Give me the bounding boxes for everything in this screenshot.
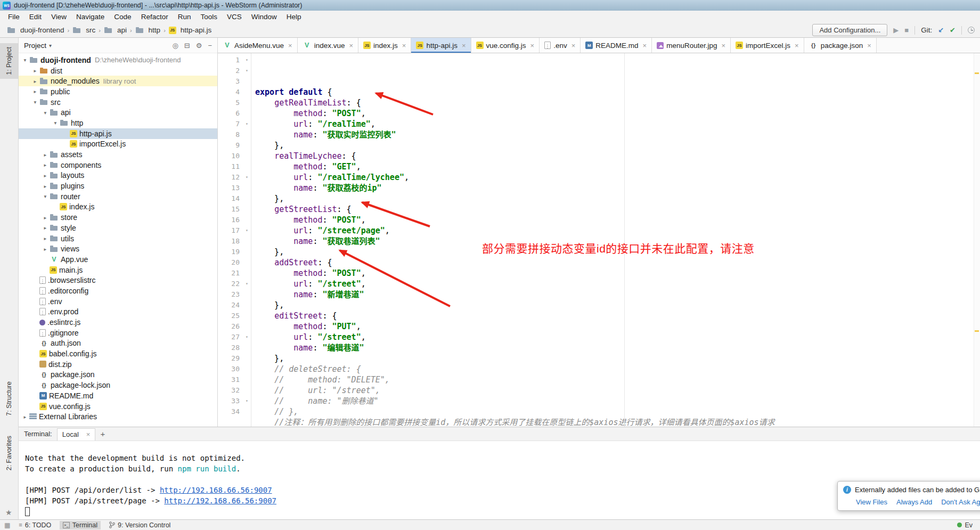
chevron-icon[interactable]: ▸ <box>31 88 39 94</box>
project-panel-title[interactable]: Project <box>24 42 46 50</box>
breadcrumb-item-src[interactable]: src <box>71 25 97 36</box>
close-icon[interactable]: × <box>795 42 799 50</box>
tree-item-.env[interactable]: .env <box>19 296 217 307</box>
favorites-star-icon[interactable]: ★ <box>5 509 12 516</box>
menu-view[interactable]: View <box>46 12 71 22</box>
chevron-icon[interactable]: ▾ <box>31 99 39 105</box>
tree-item-layouts[interactable]: ▸layouts <box>19 170 217 181</box>
run-icon[interactable]: ▶ <box>893 27 899 34</box>
code-line[interactable]: url: "/street", <box>255 279 980 289</box>
settings-gear-icon[interactable]: ⚙ <box>196 42 202 49</box>
menu-edit[interactable]: Edit <box>24 12 46 22</box>
chevron-icon[interactable]: ▾ <box>51 120 60 126</box>
breadcrumb-item-duoji-frontend[interactable]: duoji-frontend <box>5 25 66 36</box>
code-line[interactable]: //注释：所有用到删除的接口都需要拼接变量id，所以请求方式采用了挂载在原型链上… <box>255 417 980 427</box>
close-icon[interactable]: × <box>288 42 292 50</box>
menu-help[interactable]: Help <box>282 12 306 22</box>
toolwindow-project-button[interactable]: 1: Project <box>0 43 18 79</box>
tree-item-plugins[interactable]: ▸plugins <box>19 181 217 191</box>
tree-item-http-api.js[interactable]: JShttp-api.js <box>19 128 217 139</box>
chevron-icon[interactable]: ▸ <box>41 235 50 241</box>
menu-file[interactable]: File <box>3 12 24 22</box>
chevron-icon[interactable]: ▸ <box>41 183 50 189</box>
tree-item-External Libraries[interactable]: ▸External Libraries <box>19 411 217 422</box>
status-todo[interactable]: ≡ 6: TODO <box>15 521 54 529</box>
tab-menuRouter.jpg[interactable]: menuRouter.jpg× <box>652 38 731 53</box>
tree-item-package.json[interactable]: {}package.json <box>19 370 217 380</box>
hide-panel-icon[interactable]: − <box>208 42 212 49</box>
tree-item-main.js[interactable]: JSmain.js <box>19 265 217 275</box>
chevron-icon[interactable]: ▸ <box>41 246 50 252</box>
tree-item-.editorconfig[interactable]: .editorconfig <box>19 286 217 296</box>
code-line[interactable]: method: "POST", <box>255 268 980 279</box>
menu-window[interactable]: Window <box>247 12 282 22</box>
tree-item-App.vue[interactable]: VApp.vue <box>19 254 217 265</box>
code-line[interactable]: url: "/street", <box>255 332 980 343</box>
code-line[interactable]: name: "新增巷道" <box>255 289 980 300</box>
git-commit-icon[interactable]: ✔ <box>950 27 956 34</box>
code-line[interactable]: }, <box>255 353 980 364</box>
menu-code[interactable]: Code <box>109 12 136 22</box>
tree-item-node_modules[interactable]: ▸node_moduleslibrary root <box>19 76 217 86</box>
chevron-icon[interactable]: ▸ <box>41 225 50 231</box>
chevron-icon[interactable]: ▸ <box>41 215 50 221</box>
chevron-icon[interactable]: ▾ <box>41 193 50 199</box>
status-event-log[interactable]: Ev <box>954 521 976 529</box>
breadcrumb-item-http-api.js[interactable]: JShttp-api.js <box>167 25 214 35</box>
fold-marker-icon[interactable]: ▾ <box>243 279 251 289</box>
tree-item-components[interactable]: ▸components <box>19 160 217 170</box>
fold-marker-icon[interactable]: ▾ <box>243 172 251 183</box>
tree-item-views[interactable]: ▸views <box>19 243 217 254</box>
tree-item-.browserslistrc[interactable]: .browserslistrc <box>19 275 217 286</box>
chevron-icon[interactable]: ▸ <box>31 68 39 74</box>
tree-item-babel.config.js[interactable]: JSbabel.config.js <box>19 348 217 359</box>
tree-item-.env.prod[interactable]: .env.prod <box>19 307 217 317</box>
chevron-down-icon[interactable]: ▾ <box>49 43 52 48</box>
code-line[interactable]: export default { <box>255 87 980 97</box>
fold-marker-icon[interactable]: ▾ <box>243 66 251 76</box>
status-version-control[interactable]: 9: Version Control <box>106 521 174 529</box>
code-line[interactable]: url: "/street/page", <box>255 225 980 236</box>
tab-AsideMenu.vue[interactable]: VAsideMenu.vue× <box>218 38 298 53</box>
tree-item-assets[interactable]: ▸assets <box>19 149 217 160</box>
breadcrumb-item-api[interactable]: api <box>102 25 128 36</box>
code-line[interactable]: method: "PUT", <box>255 321 980 332</box>
status-terminal[interactable]: >_ Terminal <box>60 521 101 529</box>
terminal-output[interactable]: Note that the development build is not o… <box>19 441 980 506</box>
tab-README.md[interactable]: MREADME.md× <box>581 38 652 53</box>
code-line[interactable]: method: "GET", <box>255 161 980 172</box>
code-line[interactable]: // name: "删除巷道" <box>255 396 980 406</box>
code-line[interactable]: name: "获取荔枝的ip" <box>255 183 980 193</box>
tab-vue.config.js[interactable]: JSvue.config.js× <box>471 38 540 53</box>
tree-item-dist[interactable]: ▸dist <box>19 66 217 76</box>
code-line[interactable]: // }, <box>255 406 980 417</box>
tree-item-store[interactable]: ▸store <box>19 212 217 223</box>
chevron-icon[interactable]: ▸ <box>41 162 50 168</box>
code-line[interactable]: // deleteStreet: { <box>255 364 980 374</box>
fold-marker-icon[interactable]: ▾ <box>243 332 251 343</box>
tab-index.js[interactable]: JSindex.js× <box>358 38 411 53</box>
notification-action[interactable]: Don't Ask Agai <box>941 498 980 506</box>
code-line[interactable]: editStreet: { <box>255 311 980 321</box>
tree-item-vue.config.js[interactable]: JSvue.config.js <box>19 401 217 412</box>
code-line[interactable]: getRealTimeList: { <box>255 97 980 108</box>
chevron-icon[interactable]: ▸ <box>21 414 29 420</box>
chevron-icon[interactable]: ▸ <box>31 78 39 84</box>
notification-action[interactable]: Always Add <box>896 498 932 506</box>
code-line[interactable]: addStreet: { <box>255 257 980 268</box>
collapse-all-icon[interactable]: ⊟ <box>184 42 190 49</box>
menu-tools[interactable]: Tools <box>195 12 222 22</box>
tree-item-README.md[interactable]: MREADME.md <box>19 390 217 401</box>
close-icon[interactable]: × <box>462 42 466 50</box>
menu-vcs[interactable]: VCS <box>222 12 247 22</box>
terminal-link[interactable]: http://192.168.66.56:9007 <box>164 496 276 505</box>
code-line[interactable]: }, <box>255 140 980 151</box>
tree-item-.eslintrc.js[interactable]: .eslintrc.js <box>19 317 217 328</box>
tree-item-dist.zip[interactable]: dist.zip <box>19 359 217 370</box>
locate-file-icon[interactable]: ◎ <box>173 42 178 49</box>
code-line[interactable]: method: "POST", <box>255 108 980 119</box>
code-line[interactable]: name: "编辑巷道" <box>255 343 980 353</box>
code-line[interactable]: }, <box>255 193 980 204</box>
local-history-icon[interactable] <box>968 27 975 34</box>
fold-marker-icon[interactable]: ▾ <box>243 225 251 236</box>
